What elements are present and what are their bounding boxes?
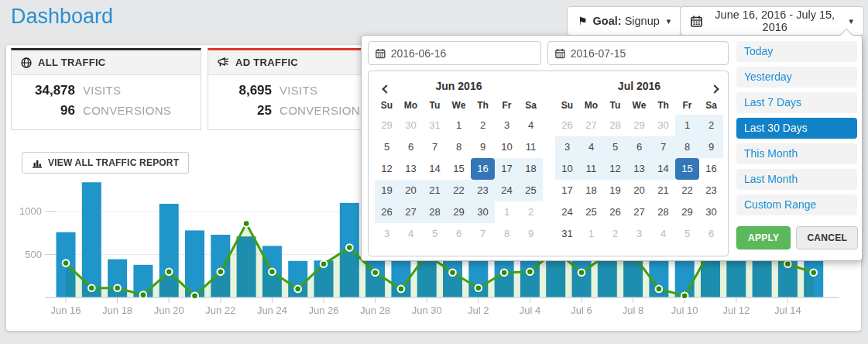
calendar-day[interactable]: 27 (579, 115, 603, 136)
date-range-button[interactable]: June 16, 2016 - July 15, 2016 ▾ (680, 6, 864, 36)
calendar-day[interactable]: 15 (675, 158, 699, 180)
calendar-day[interactable]: 5 (675, 223, 699, 245)
calendar-day[interactable]: 21 (651, 180, 675, 201)
calendar-day[interactable]: 1 (579, 223, 603, 245)
start-date-input[interactable] (391, 47, 533, 60)
calendar-day[interactable]: 30 (651, 115, 675, 136)
calendar-day[interactable]: 13 (627, 158, 651, 180)
calendar-day[interactable]: 14 (423, 158, 447, 180)
calendar-day[interactable]: 29 (375, 115, 399, 136)
calendar-day[interactable]: 12 (375, 158, 399, 180)
calendar-day[interactable]: 31 (555, 223, 579, 245)
calendar-day[interactable]: 26 (603, 201, 627, 223)
calendar-day[interactable]: 10 (495, 136, 519, 158)
calendar-day[interactable]: 11 (579, 158, 603, 180)
prev-month-icon[interactable] (376, 80, 393, 94)
calendar-day[interactable]: 1 (495, 201, 519, 223)
cancel-button[interactable]: CANCEL (796, 226, 858, 249)
calendar-day[interactable]: 12 (603, 158, 627, 180)
calendar-day[interactable]: 22 (447, 180, 471, 201)
calendar-day[interactable]: 29 (675, 201, 699, 223)
preset-last-30-days[interactable]: Last 30 Days (736, 118, 857, 139)
calendar-day[interactable]: 6 (447, 223, 471, 245)
calendar-day[interactable]: 28 (603, 115, 627, 136)
calendar-day[interactable]: 19 (375, 180, 399, 201)
calendar-day[interactable]: 8 (495, 223, 519, 245)
calendar-day[interactable]: 19 (603, 180, 627, 201)
calendar-day[interactable]: 9 (471, 136, 495, 158)
preset-last-7-days[interactable]: Last 7 Days (736, 92, 857, 113)
calendar-day[interactable]: 4 (579, 136, 603, 158)
calendar-day[interactable]: 4 (519, 115, 543, 136)
calendar-day[interactable]: 9 (699, 136, 723, 158)
calendar-day[interactable]: 2 (699, 115, 723, 136)
calendar-day[interactable]: 5 (603, 136, 627, 158)
calendar-day[interactable]: 7 (471, 223, 495, 245)
preset-this-month[interactable]: This Month (736, 143, 857, 164)
calendar-day[interactable]: 1 (675, 115, 699, 136)
calendar-day[interactable]: 27 (627, 201, 651, 223)
calendar-day[interactable]: 22 (675, 180, 699, 201)
end-date-input[interactable] (571, 47, 721, 60)
calendar-day[interactable]: 30 (399, 115, 423, 136)
calendar-day[interactable]: 26 (555, 115, 579, 136)
calendar-day[interactable]: 4 (399, 223, 423, 245)
calendar-day[interactable]: 6 (699, 223, 723, 245)
calendar-day[interactable]: 28 (423, 201, 447, 223)
calendar-day[interactable]: 6 (627, 136, 651, 158)
calendar-day[interactable]: 30 (471, 201, 495, 223)
calendar-day[interactable]: 18 (579, 180, 603, 201)
calendar-day[interactable]: 18 (519, 158, 543, 180)
calendar-day[interactable]: 23 (699, 180, 723, 201)
calendar-day[interactable]: 17 (495, 158, 519, 180)
preset-yesterday[interactable]: Yesterday (736, 67, 857, 88)
calendar-day[interactable]: 20 (399, 180, 423, 201)
calendar-day[interactable]: 3 (555, 136, 579, 158)
calendar-day[interactable]: 20 (627, 180, 651, 201)
calendar-day[interactable]: 15 (447, 158, 471, 180)
goal-selector-button[interactable]: ⚑ Goal: Signup ▾ (567, 6, 681, 36)
calendar-day[interactable]: 31 (423, 115, 447, 136)
calendar-day[interactable]: 30 (699, 201, 723, 223)
calendar-day[interactable]: 2 (471, 115, 495, 136)
calendar-day[interactable]: 2 (519, 201, 543, 223)
calendar-day[interactable]: 23 (471, 180, 495, 201)
calendar-day[interactable]: 8 (675, 136, 699, 158)
preset-last-month[interactable]: Last Month (736, 169, 857, 190)
start-date-field[interactable] (368, 41, 541, 65)
calendar-day[interactable]: 16 (471, 158, 495, 180)
calendar-day[interactable]: 7 (423, 136, 447, 158)
calendar-day[interactable]: 6 (399, 136, 423, 158)
calendar-day[interactable]: 28 (651, 201, 675, 223)
calendar-day[interactable]: 10 (555, 158, 579, 180)
calendar-day[interactable]: 24 (495, 180, 519, 201)
calendar-day[interactable]: 2 (603, 223, 627, 245)
preset-today[interactable]: Today (736, 41, 857, 62)
calendar-day[interactable]: 9 (519, 223, 543, 245)
calendar-day[interactable]: 24 (555, 201, 579, 223)
calendar-day[interactable]: 5 (375, 136, 399, 158)
calendar-day[interactable]: 25 (579, 201, 603, 223)
calendar-day[interactable]: 7 (651, 136, 675, 158)
calendar-day[interactable]: 11 (519, 136, 543, 158)
calendar-day[interactable]: 8 (447, 136, 471, 158)
calendar-day[interactable]: 3 (375, 223, 399, 245)
calendar-day[interactable]: 27 (399, 201, 423, 223)
calendar-day[interactable]: 1 (447, 115, 471, 136)
calendar-day[interactable]: 5 (423, 223, 447, 245)
preset-custom-range[interactable]: Custom Range (736, 194, 857, 215)
end-date-field[interactable] (547, 41, 729, 65)
apply-button[interactable]: APPLY (736, 226, 791, 249)
calendar-day[interactable]: 4 (651, 223, 675, 245)
calendar-day[interactable]: 3 (495, 115, 519, 136)
calendar-day[interactable]: 25 (519, 180, 543, 201)
calendar-day[interactable]: 26 (375, 201, 399, 223)
calendar-day[interactable]: 16 (699, 158, 723, 180)
next-month-icon[interactable] (705, 80, 722, 94)
calendar-day[interactable]: 13 (399, 158, 423, 180)
calendar-day[interactable]: 3 (627, 223, 651, 245)
calendar-day[interactable]: 14 (651, 158, 675, 180)
calendar-day[interactable]: 29 (447, 201, 471, 223)
calendar-day[interactable]: 21 (423, 180, 447, 201)
calendar-day[interactable]: 17 (555, 180, 579, 201)
